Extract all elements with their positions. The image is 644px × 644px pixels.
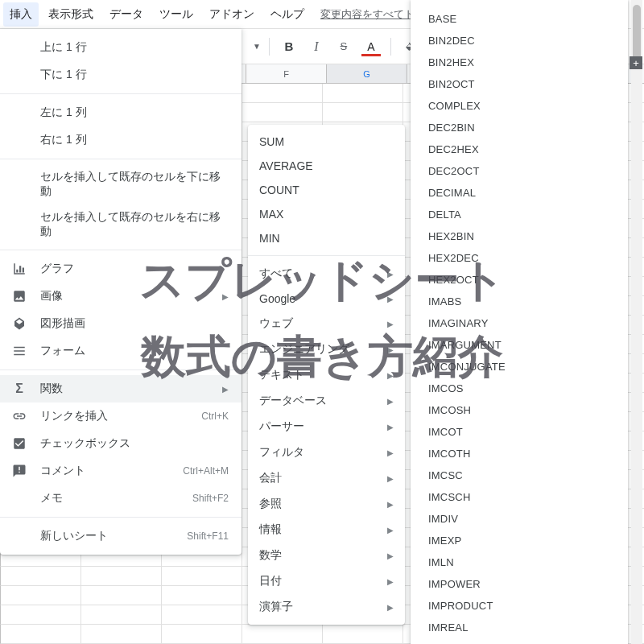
font-size-caret-icon[interactable]: ▼ (253, 42, 261, 51)
cell[interactable] (242, 625, 323, 644)
col-header-g[interactable]: G (327, 64, 407, 83)
cell[interactable] (81, 586, 162, 605)
fn-category-item[interactable]: すべて▶ (248, 261, 405, 287)
cell[interactable] (81, 567, 162, 586)
fn-top-item[interactable]: MIN (248, 226, 405, 250)
fn-category-item[interactable]: 演算子▶ (248, 594, 405, 620)
fn-top-item[interactable]: SUM (248, 130, 405, 154)
fn-category-item[interactable]: データベース▶ (248, 388, 405, 414)
vertical-scrollbar[interactable] (631, 0, 642, 644)
fn-list-item[interactable]: HEX2DEC (411, 247, 628, 269)
menu-tools[interactable]: ツール (153, 2, 200, 27)
fn-list-item[interactable]: IMCOS (411, 378, 628, 399)
fn-list-item[interactable]: COMPLEX (411, 95, 628, 117)
insert-form[interactable]: フォーム (0, 337, 242, 365)
fn-list-item[interactable]: IMCOT (411, 421, 628, 443)
scroll-thumb[interactable] (633, 5, 641, 61)
fn-list-item[interactable]: BASE (411, 8, 628, 30)
menu-insert[interactable]: 挿入 (3, 2, 39, 27)
fn-category-item[interactable]: フィルタ▶ (248, 440, 405, 465)
fn-category-item[interactable]: 会計▶ (248, 465, 405, 491)
fn-list-item[interactable]: BIN2HEX (411, 52, 628, 73)
fn-list-item[interactable]: DEC2BIN (411, 117, 628, 138)
fn-category-item[interactable]: 数学▶ (248, 543, 405, 568)
fn-list-item[interactable]: IMCOTH (411, 443, 628, 464)
cell[interactable] (1, 605, 81, 625)
menu-addons[interactable]: アドオン (203, 2, 261, 27)
insert-comment[interactable]: コメント Ctrl+Alt+M (0, 457, 242, 485)
add-panel-button[interactable]: + (630, 56, 642, 69)
fn-category-item[interactable]: パーサー▶ (248, 414, 405, 440)
insert-link[interactable]: リンクを挿入 Ctrl+K (0, 402, 242, 430)
cell[interactable] (162, 605, 242, 625)
insert-function[interactable]: Σ 関数 ▶ (0, 375, 242, 402)
fn-list-item[interactable]: IMEXP (411, 530, 628, 551)
insert-drawing[interactable]: 図形描画 (0, 310, 242, 337)
fn-list-item[interactable]: IMREAL (411, 617, 628, 638)
fn-list-item[interactable]: DEC2HEX (411, 138, 628, 160)
fn-list-item[interactable]: DECIMAL (411, 182, 628, 204)
cell[interactable] (242, 103, 323, 122)
fn-category-item[interactable]: Google▶ (248, 287, 405, 311)
fn-category-item[interactable]: テキスト▶ (248, 362, 405, 388)
insert-image[interactable]: 画像 ▶ (0, 283, 242, 310)
menu-help[interactable]: ヘルプ (264, 2, 311, 27)
fn-list-item[interactable]: IMDIV (411, 508, 628, 530)
fn-list-item[interactable]: BIN2OCT (411, 73, 628, 95)
insert-checkbox[interactable]: チェックボックス (0, 430, 242, 457)
menu-data[interactable]: データ (103, 2, 150, 27)
cell[interactable] (323, 625, 403, 644)
cell[interactable] (162, 625, 242, 644)
insert-cells-shift-right[interactable]: セルを挿入して既存のセルを右に移動 (0, 204, 242, 245)
cell[interactable] (1, 567, 81, 586)
insert-row-below[interactable]: 下に 1 行 (0, 61, 242, 89)
cell[interactable] (242, 84, 323, 103)
fn-list-item[interactable]: IMCSCH (411, 486, 628, 508)
insert-chart[interactable]: グラフ (0, 255, 242, 283)
fn-top-item[interactable]: COUNT (248, 178, 405, 202)
fn-category-item[interactable]: エンジニアリング▶ (248, 336, 405, 362)
insert-col-left[interactable]: 左に 1 列 (0, 99, 242, 126)
fn-top-item[interactable]: MAX (248, 202, 405, 226)
fn-list-item[interactable]: IMPRODUCT (411, 595, 628, 617)
fn-list-item[interactable]: HEX2OCT (411, 269, 628, 291)
fn-category-item[interactable]: 参照▶ (248, 491, 405, 517)
italic-button[interactable]: I (305, 35, 328, 58)
cell[interactable] (81, 625, 162, 644)
fn-list-item[interactable]: IMSEC (411, 638, 628, 644)
bold-button[interactable]: B (278, 35, 300, 58)
fn-category-item[interactable]: ウェブ▶ (248, 311, 405, 336)
insert-cells-shift-down[interactable]: セルを挿入して既存のセルを下に移動 (0, 164, 242, 204)
fn-list-item[interactable]: IMCONJUGATE (411, 356, 628, 378)
fn-category-item[interactable]: 情報▶ (248, 517, 405, 543)
cell[interactable] (1, 586, 81, 605)
fn-list-item[interactable]: DELTA (411, 204, 628, 225)
fn-list-item[interactable]: HEX2BIN (411, 225, 628, 247)
fn-list-item[interactable]: IMABS (411, 291, 628, 312)
fn-category-item[interactable]: 日付▶ (248, 568, 405, 594)
text-color-button[interactable]: A (360, 35, 382, 58)
fn-list-item[interactable]: IMARGUMENT (411, 334, 628, 356)
cell[interactable] (323, 103, 403, 122)
fn-list-item[interactable]: IMCOSH (411, 399, 628, 421)
insert-row-above[interactable]: 上に 1 行 (0, 34, 242, 61)
fn-list-item[interactable]: IMAGINARY (411, 312, 628, 334)
insert-new-sheet[interactable]: 新しいシート Shift+F11 (0, 522, 242, 550)
fn-list-item[interactable]: IMCSC (411, 464, 628, 486)
fn-top-item[interactable]: AVERAGE (248, 154, 405, 178)
insert-note[interactable]: メモ Shift+F2 (0, 485, 242, 512)
menu-format[interactable]: 表示形式 (42, 2, 100, 27)
insert-col-right[interactable]: 右に 1 列 (0, 126, 242, 154)
cell[interactable] (323, 84, 403, 103)
chevron-right-icon: ▶ (387, 603, 394, 612)
fn-list-item[interactable]: IMLN (411, 551, 628, 573)
cell[interactable] (1, 625, 81, 644)
fn-list-item[interactable]: DEC2OCT (411, 160, 628, 182)
cell[interactable] (81, 605, 162, 625)
cell[interactable] (162, 567, 242, 586)
cell[interactable] (162, 586, 242, 605)
col-header-f[interactable]: F (246, 64, 327, 83)
fn-list-item[interactable]: IMPOWER (411, 573, 628, 595)
fn-list-item[interactable]: BIN2DEC (411, 30, 628, 52)
strikethrough-button[interactable]: S (332, 35, 355, 58)
